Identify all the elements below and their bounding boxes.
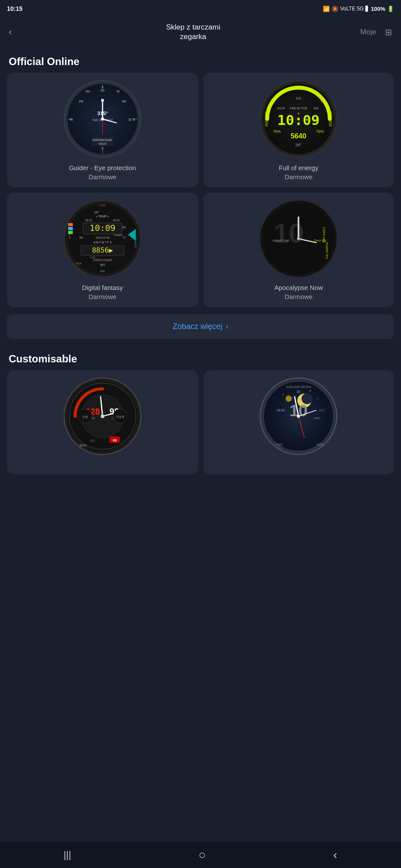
svg-text:WED: WED — [314, 417, 321, 420]
svg-rect-67 — [68, 231, 73, 234]
svg-text:34: 34 — [122, 225, 126, 229]
svg-text:60: 60 — [116, 90, 120, 93]
watch-card-custom2[interactable]: SUN AND MOON 06:00 10 10 OCT WED — [203, 370, 394, 474]
watch-name-digital: Digital fantasy — [82, 284, 123, 291]
header-right: Moje ⊞ — [360, 27, 392, 37]
watch-card-guider[interactable]: 05 S W E 0 60 300 330 240 30 N 315° NW 3… — [7, 73, 198, 187]
svg-text:WEDNESDAY: WEDNESDAY — [93, 138, 113, 142]
svg-point-93 — [100, 414, 104, 418]
mute-icon: 🔕 — [331, 6, 338, 12]
svg-text:10: 10 — [297, 390, 301, 394]
back-button[interactable]: ‹ — [9, 26, 26, 38]
svg-text:300: 300 — [85, 90, 90, 93]
svg-text:LOCK: LOCK — [99, 204, 106, 207]
header: ‹ Sklep z tarczamizegarka Moje ⊞ — [0, 17, 401, 49]
svg-text:08: 08 — [113, 438, 116, 442]
svg-text:⚡: ⚡ — [320, 98, 325, 103]
moje-button[interactable]: Moje — [360, 28, 376, 36]
watch-face-guider: 05 S W E 0 60 300 330 240 30 N 315° NW 3… — [63, 80, 142, 158]
watch-card-energy[interactable]: 102 HOUR MIN FEB 08 TUE 10:09 76% 75% 56… — [203, 73, 394, 187]
svg-text:75: 75 — [123, 236, 126, 239]
svg-text:2.28: 2.28 — [90, 256, 95, 259]
watch-card-digital[interactable]: ALARM CONNECT DND LOCK 25° • TEMP • 10:0… — [7, 193, 198, 307]
svg-text:16:20: 16:20 — [113, 219, 119, 222]
watch-price-apocalypse: Darmowe — [285, 293, 312, 300]
bluetooth-icon: 📶 — [323, 6, 330, 12]
watch-price-guider: Darmowe — [89, 173, 116, 181]
customisable-title: Customisable — [0, 346, 401, 370]
svg-point-107 — [318, 398, 318, 399]
svg-text:步数: 步数 — [82, 415, 88, 419]
svg-text:S: S — [101, 146, 104, 150]
digital-fantasy-svg: ALARM CONNECT DND LOCK 25° • TEMP • 10:0… — [63, 200, 142, 278]
official-online-title: Official Online — [0, 49, 401, 73]
svg-text:56%: 56% — [80, 444, 86, 447]
svg-text:KCAL: KCAL — [76, 262, 82, 265]
nav-home-button[interactable]: ○ — [199, 848, 206, 862]
svg-point-106 — [310, 390, 311, 391]
svg-text:5433: 5433 — [317, 443, 324, 447]
watch-price-energy: Darmowe — [285, 173, 312, 181]
sun-moon-svg: SUN AND MOON 06:00 10 10 OCT WED — [259, 377, 338, 455]
svg-point-82 — [298, 238, 299, 240]
svg-text:DND: DND — [100, 270, 105, 273]
svg-text:05/24: 05/24 — [99, 142, 106, 146]
watch-face-custom1: 128 PAI 98 心率 08 周三 56% 步数 卡 — [63, 377, 142, 455]
svg-text:W: W — [70, 118, 73, 122]
see-more-label: Zobacz więcej — [172, 322, 222, 331]
svg-text:STEPS COUNT: STEPS COUNT — [93, 259, 112, 262]
grid-view-button[interactable]: ⊞ — [385, 27, 392, 37]
svg-text:OCT: OCT — [319, 409, 325, 412]
watch-face-custom2: SUN AND MOON 06:00 10 10 OCT WED — [259, 377, 338, 455]
svg-text:8856▶: 8856▶ — [92, 246, 113, 254]
svg-text:28°: 28° — [295, 142, 302, 147]
nav-recent-button[interactable]: ‹ — [333, 848, 337, 862]
svg-text:S M T W T F S: S M T W T F S — [93, 241, 111, 244]
customisable-grid: 128 PAI 98 心率 08 周三 56% 步数 卡 — [0, 370, 401, 474]
watch-face-energy: 102 HOUR MIN FEB 08 TUE 10:09 76% 75% 56… — [259, 80, 338, 158]
svg-text:HEART 96: HEART 96 — [273, 239, 290, 243]
watch-card-apocalypse[interactable]: 10 STEPS 3428 HEART 96 THU 08 POWER 79% … — [203, 193, 394, 307]
svg-text:hPa: hPa — [277, 447, 281, 449]
svg-point-119 — [297, 415, 300, 418]
chevron-right-icon: › — [226, 322, 229, 331]
nav-back-button[interactable]: ||| — [64, 849, 71, 861]
svg-text:240: 240 — [79, 100, 83, 103]
watch-name-energy: Full of energy — [279, 164, 318, 171]
svg-text:30: 30 — [128, 118, 132, 121]
page-title: Sklep z tarczamizegarka — [26, 23, 360, 42]
svg-text:10: 10 — [274, 218, 304, 248]
svg-text:1023: 1023 — [275, 443, 282, 447]
svg-text:POWER 79%: POWER 79% — [325, 242, 328, 259]
signal-icon: VoLTE 5G ▋ — [340, 6, 369, 12]
svg-text:FEB 08 TUE: FEB 08 TUE — [290, 106, 307, 110]
svg-text:102: 102 — [296, 96, 302, 100]
svg-text:357: 357 — [100, 263, 105, 267]
battery-text: 100% — [371, 6, 385, 12]
status-right: 📶 🔕 VoLTE 5G ▋ 100% 🔋 — [323, 6, 394, 12]
svg-text:330: 330 — [122, 100, 126, 103]
svg-text:06:20: 06:20 — [85, 219, 92, 222]
svg-text:E: E — [133, 118, 135, 122]
svg-text:5640: 5640 — [291, 132, 306, 140]
see-more-button[interactable]: Zobacz więcej › — [7, 314, 394, 339]
svg-point-105 — [282, 395, 283, 395]
svg-text:75%: 75% — [316, 129, 324, 134]
bottom-navigation: ||| ○ ‹ — [0, 842, 401, 868]
see-more-container: Zobacz więcej › — [0, 307, 401, 346]
watch-face-digital: ALARM CONNECT DND LOCK 25° • TEMP • 10:0… — [63, 200, 142, 278]
svg-text:76%: 76% — [273, 129, 281, 134]
watch-name-apocalypse: Apocalypse Now — [274, 284, 323, 291]
svg-text:10:09: 10:09 — [89, 223, 116, 233]
official-online-grid: 05 S W E 0 60 300 330 240 30 N 315° NW 3… — [0, 73, 401, 307]
watch-card-custom1[interactable]: 128 PAI 98 心率 08 周三 56% 步数 卡 — [7, 370, 198, 474]
svg-rect-66 — [68, 227, 73, 230]
custom-sport-svg: 128 PAI 98 心率 08 周三 56% 步数 卡 — [63, 377, 142, 455]
svg-text:2022-02-08: 2022-02-08 — [96, 236, 110, 239]
digital-green-svg: 102 HOUR MIN FEB 08 TUE 10:09 76% 75% 56… — [259, 80, 338, 158]
svg-text:周三: 周三 — [90, 439, 95, 442]
battery-icon: 🔋 — [387, 6, 394, 12]
svg-rect-37 — [265, 111, 268, 127]
svg-text:POWER: POWER — [114, 234, 123, 237]
status-time: 10:15 — [7, 5, 23, 12]
